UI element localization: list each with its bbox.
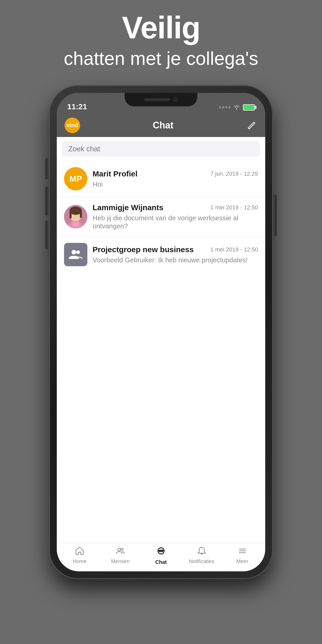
group-icon (69, 248, 83, 262)
hero-section: Veilig chatten met je collega's (0, 10, 322, 70)
compose-button[interactable] (246, 120, 257, 131)
bell-icon (197, 546, 206, 557)
chat-item-projectgroep[interactable]: Projectgroep new business 1 mei 2019 - 1… (57, 237, 265, 272)
chat-time-lammigje: 1 mei 2019 - 12:50 (211, 204, 258, 211)
nav-item-mensen[interactable]: Mensen (100, 546, 141, 564)
signal-dot-3 (225, 106, 227, 108)
signal-dot-2 (222, 106, 224, 108)
chat-preview-projectgroep: Voorbeeld Gebruiker: Ik heb nieuwe proje… (93, 256, 258, 264)
home-icon (75, 546, 84, 557)
chat-name-lammigje: Lammigje Wijnants (93, 203, 163, 212)
power-button (273, 195, 277, 236)
svg-point-7 (76, 250, 80, 254)
nav-item-meer[interactable]: Meer (222, 546, 263, 564)
nav-item-notificaties[interactable]: Notificaties (181, 546, 222, 564)
hero-title: Veilig (0, 10, 322, 45)
signal-icon (219, 106, 230, 108)
chat-time: 7 jun. 2019 - 12:29 (211, 170, 258, 177)
chat-list: MP Marit Profiel 7 jun. 2019 - 12:29 Hoi (57, 161, 265, 543)
chat-item-lammigje[interactable]: Lammigje Wijnants 1 mei 2019 - 12:50 Heb… (57, 197, 265, 237)
nav-label-chat: Chat (155, 559, 167, 565)
signal-dot-1 (219, 106, 221, 108)
chat-time-projectgroep: 1 mei 2019 - 12:50 (211, 246, 258, 253)
avatar-photo-lammigje (64, 205, 87, 228)
front-camera (173, 97, 178, 102)
chat-icon (156, 546, 166, 558)
svg-point-6 (72, 250, 76, 255)
menu-icon (238, 546, 247, 557)
avatar-initials: MP (69, 174, 82, 184)
nav-label-notificaties: Notificaties (189, 558, 214, 564)
svg-rect-3 (69, 211, 72, 218)
search-input[interactable] (62, 141, 260, 157)
phone-body: 11:21 (50, 86, 272, 579)
status-icons (219, 104, 255, 111)
nav-label-home: Home (73, 558, 87, 564)
svg-point-8 (118, 548, 121, 551)
nav-item-home[interactable]: Home (59, 546, 100, 564)
chat-header-row-projectgroep: Projectgroep new business 1 mei 2019 - 1… (93, 245, 258, 254)
battery-icon (243, 104, 255, 111)
svg-rect-4 (80, 211, 82, 218)
svg-point-9 (121, 548, 123, 550)
wifi-icon (233, 104, 240, 111)
header-title: Chat (153, 120, 173, 131)
chat-content-projectgroep: Projectgroep new business 1 mei 2019 - 1… (93, 245, 258, 264)
chat-header-row: Marit Profiel 7 jun. 2019 - 12:29 (93, 169, 258, 178)
people-icon (116, 546, 125, 557)
speaker (144, 98, 170, 101)
chat-content-lammigje: Lammigje Wijnants 1 mei 2019 - 12:50 Heb… (93, 203, 258, 230)
person-illustration (64, 205, 87, 228)
phone-mockup: 11:21 (50, 86, 272, 579)
avatar-lammigje (64, 205, 87, 228)
avatar-projectgroep (64, 243, 87, 266)
chat-item-marit[interactable]: MP Marit Profiel 7 jun. 2019 - 12:29 Hoi (57, 161, 265, 197)
chat-header-row-lammigje: Lammigje Wijnants 1 mei 2019 - 12:50 (93, 203, 258, 212)
phone-screen: 11:21 (57, 93, 265, 571)
signal-dot-4 (228, 106, 230, 108)
chat-preview: Hoi (93, 180, 258, 188)
status-time: 11:21 (67, 102, 87, 111)
chat-preview-lammigje: Heb jij die document van de vorige werks… (93, 214, 258, 230)
volume-up-button (45, 187, 49, 215)
hero-subtitle: chatten met je collega's (0, 47, 322, 70)
bottom-nav: Home Mensen (57, 543, 265, 571)
app-logo: vind (65, 118, 80, 133)
nav-label-mensen: Mensen (111, 558, 130, 564)
search-container (57, 137, 265, 161)
volume-down-button (45, 221, 49, 249)
app-header: vind Chat (57, 114, 265, 137)
chat-name: Marit Profiel (93, 169, 137, 178)
nav-label-meer: Meer (236, 558, 248, 564)
chat-name-projectgroep: Projectgroep new business (93, 245, 194, 254)
volume-silent-button (45, 158, 49, 179)
chat-content-marit: Marit Profiel 7 jun. 2019 - 12:29 Hoi (93, 169, 258, 188)
nav-item-chat[interactable]: Chat (141, 546, 181, 565)
logo-text: vind (66, 122, 78, 129)
avatar-marit: MP (64, 167, 87, 190)
notch (125, 93, 197, 106)
